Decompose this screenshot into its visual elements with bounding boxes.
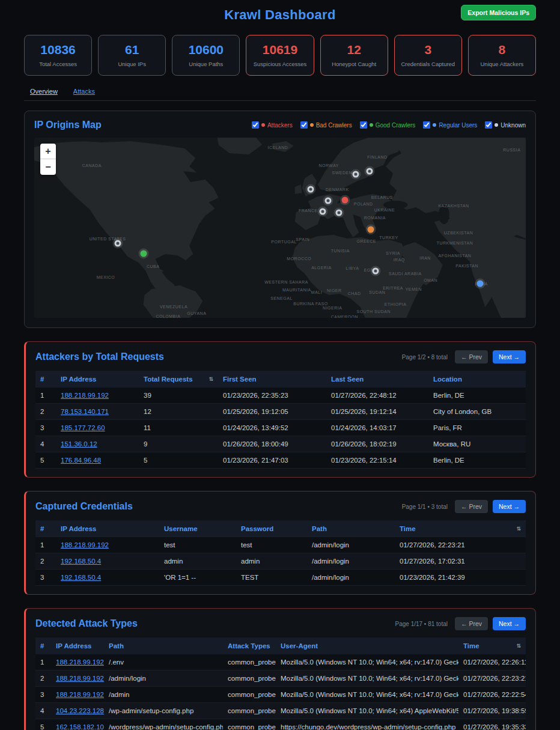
map-marker-attacker[interactable] [342,197,348,204]
table-cell: 78.153.140.171 [56,404,139,420]
map-marker-bad[interactable] [367,227,374,233]
table-cell: 01/27/2026, 19:38:59 [458,703,526,719]
table-cell: 39 [139,388,218,404]
column-header-inner: IP Address [56,642,99,649]
map-zoom-in-button[interactable]: + [40,144,56,159]
column-header--[interactable]: # [35,637,51,654]
ip-address-link[interactable]: 188.218.99.192 [56,675,104,682]
ip-address-link[interactable]: 188.218.99.192 [56,659,104,666]
column-header-time[interactable]: Time⇅ [395,520,526,537]
ip-address-link[interactable]: 192.168.50.4 [61,558,101,565]
credentials-prev-button[interactable]: ← Prev [455,500,488,513]
map-marker-good[interactable] [140,251,147,257]
legend-checkbox[interactable] [252,121,259,129]
map-zoom-out-button[interactable]: − [40,159,56,175]
ip-address-link[interactable]: 104.23.223.128 [56,707,104,714]
map-marker-unknown[interactable] [307,186,314,193]
table-cell: Mozilla/5.0 (Windows NT 10.0; Win64; x64… [276,687,458,703]
column-header-inner: IP Address [61,376,134,383]
sort-icon[interactable]: ⇅ [516,526,521,532]
legend-item-unknown[interactable]: Unknown [485,121,526,129]
legend-item-attackers[interactable]: Attackers [252,121,293,129]
map-marker-unknown[interactable] [352,171,359,178]
attackers-prev-button[interactable]: ← Prev [455,350,488,363]
attackers-title: Attackers by Total Requests [35,351,164,362]
ip-address-link[interactable]: 176.84.96.48 [61,457,101,464]
table-cell: Mozilla/5.0 (Windows NT 10.0; Win64; x64… [276,671,458,687]
map-marker-regular[interactable] [477,281,484,287]
table-cell: Mozilla/5.0 (Windows NT 10.0; Win64; x64… [276,703,458,719]
table-cell: /admin/login [307,553,395,570]
map-marker-unknown[interactable] [336,210,342,216]
stat-label: Honeypot Caught [323,61,385,67]
attackers-table: #IP AddressTotal Requests⇅First SeenLast… [35,371,526,469]
map-marker-unknown[interactable] [325,198,332,204]
table-row: 2188.218.99.192/admin/logincommon_probes… [35,671,526,687]
map-marker-unknown[interactable] [366,168,373,175]
attack-types-next-button[interactable]: Next → [493,617,526,630]
column-header-ip-address[interactable]: IP Address [51,637,104,654]
column-header-first-seen[interactable]: First Seen [218,371,326,388]
ip-address-link[interactable]: 162.158.182.104 [56,723,104,730]
table-cell: common_probes [223,703,276,719]
ip-address-link[interactable]: 151.36.0.12 [61,440,97,448]
ip-address-link[interactable]: 192.168.50.4 [61,574,101,581]
attack-types-title: Detected Attack Types [35,618,138,629]
ip-address-link[interactable]: 185.177.72.60 [61,424,105,431]
legend-checkbox[interactable] [423,121,430,129]
attack-types-panel: Detected Attack Types Page 1/17 • 81 tot… [24,608,536,730]
dashboard-page: Krawl Dashboard Export Malicious IPs 108… [0,0,560,730]
world-map-svg [34,138,526,318]
column-header-ip-address[interactable]: IP Address [56,520,159,537]
table-cell: 12 [139,404,218,420]
tab-attacks[interactable]: Attacks [73,88,95,95]
stat-value: 3 [397,43,459,57]
map-marker-unknown[interactable] [372,268,379,275]
column-header-label: # [40,642,44,649]
map-marker-unknown[interactable] [320,208,326,215]
export-malicious-ips-button[interactable]: Export Malicious IPs [461,5,536,20]
column-header-ip-address[interactable]: IP Address [56,371,139,388]
column-header-attack-types[interactable]: Attack Types [223,637,276,654]
ip-address-link[interactable]: 188.218.99.192 [56,691,104,698]
attackers-next-button[interactable]: Next → [493,350,526,363]
legend-item-bad-crawlers[interactable]: Bad Crawlers [300,121,352,129]
legend-dot [495,123,498,127]
column-header-last-seen[interactable]: Last Seen [326,371,428,388]
sort-icon[interactable]: ⇅ [208,376,213,382]
column-header--[interactable]: # [35,371,56,388]
legend-checkbox[interactable] [485,121,492,129]
ip-address-link[interactable]: 188.218.99.192 [61,392,109,399]
legend-item-good-crawlers[interactable]: Good Crawlers [360,121,416,129]
legend-dot [310,123,314,127]
attack-types-prev-button[interactable]: ← Prev [455,617,488,630]
legend-checkbox[interactable] [360,121,367,129]
column-header-inner: # [40,642,46,649]
column-header-inner: Path [312,525,390,532]
legend-checkbox[interactable] [300,121,308,129]
attack-types-panel-header: Detected Attack Types Page 1/17 • 81 tot… [35,617,526,630]
credentials-next-button[interactable]: Next → [493,500,526,513]
legend-item-regular-users[interactable]: Regular Users [423,121,477,129]
column-header-label: First Seen [223,376,257,383]
column-header-username[interactable]: Username [159,520,236,537]
ip-address-link[interactable]: 188.218.99.192 [61,541,109,549]
map-canvas[interactable]: + − CANADAICELANDNORWAYSWEDENFINLANDRUSS… [34,138,526,318]
tab-overview[interactable]: Overview [30,88,58,95]
map-panel: IP Origins Map AttackersBad CrawlersGood… [24,111,536,328]
column-header-path[interactable]: Path [104,637,223,654]
map-marker-unknown[interactable] [115,240,121,247]
column-header-path[interactable]: Path [307,520,395,537]
column-header-label: Path [109,642,124,649]
column-header-user-agent[interactable]: User-Agent [276,637,458,654]
column-header-password[interactable]: Password [236,520,307,537]
stat-label: Suspicious Accesses [249,61,311,67]
column-header-total-requests[interactable]: Total Requests⇅ [139,371,218,388]
credentials-panel: Captured Credentials Page 1/1 • 3 total … [24,491,536,595]
column-header-location[interactable]: Location [428,371,526,388]
sort-icon[interactable]: ⇅ [516,643,521,649]
ip-address-link[interactable]: 78.153.140.171 [61,408,109,415]
column-header-time[interactable]: Time⇅ [458,637,526,654]
column-header--[interactable]: # [35,520,56,537]
table-cell: 188.218.99.192 [51,654,104,671]
